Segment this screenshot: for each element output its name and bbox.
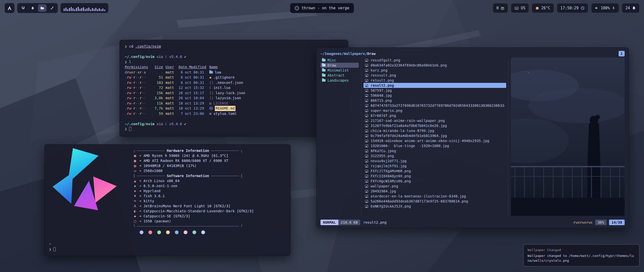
info-value: AMD ATI Radeon RX 6800/6800 XT / 6900 XT — [143, 158, 228, 163]
file-row[interactable]: 0c794faf07de24a4db4d4fb1eb813964.jpg — [364, 133, 506, 138]
file-row[interactable]: 87r687df.png — [364, 113, 506, 118]
arch-logo-icon — [7, 6, 12, 10]
image-file-icon — [365, 160, 368, 162]
visualizer-bar — [92, 8, 93, 11]
volume-widget[interactable]: 100% — [591, 3, 619, 13]
launcher-button[interactable] — [5, 3, 15, 13]
file-row[interactable]: FXfcII0X0AQyn9X.png — [364, 174, 506, 179]
file-row[interactable]: re1sult.png — [364, 78, 506, 83]
file-row[interactable]: 5a266e448add93deab367d87173e9f25-6837886… — [364, 199, 506, 204]
file-manager-header: ~/Imagenes/Wallpapers/Draw 1 — [320, 51, 625, 57]
selected-filename: result2.png — [363, 220, 387, 224]
file-row[interactable]: 19201080-__blue-tinge__-1920×1080.jpg — [364, 143, 506, 148]
workspace-magnet-button[interactable] — [19, 4, 27, 12]
file-row[interactable]: FXfcJlTXgAMvH6R.png — [364, 168, 506, 174]
image-file-icon — [365, 109, 368, 112]
shell-prompt: ~❯ — [49, 241, 56, 252]
file-row[interactable]: 154928-odinokoe_anime-art-anime-okno-sin… — [364, 138, 506, 143]
file-row[interactable]: FXfcHgcWIAMzs0G.png — [364, 179, 506, 184]
file-name: 08a634fa02a32364f69ebc86a98eb1eb.png — [371, 63, 447, 67]
shell-prompt: ❯ — [125, 126, 343, 132]
json-icon: {} — [209, 80, 214, 85]
file-row[interactable]: 866715.png — [364, 98, 506, 103]
file-row[interactable]: result2.png — [364, 83, 506, 88]
file-row[interactable]: EeNKYgIUcAAJ5JX.png — [364, 204, 506, 209]
music-widget[interactable]: thrown - on the verge — [290, 3, 354, 13]
file-row[interactable]: 3126f7e9bbf21a8a4af0b67b041c6e26.jpg — [364, 123, 506, 128]
info-value: 6.5.8-zen1-1-zen — [143, 183, 177, 188]
file-name: 596848.jpg — [371, 93, 392, 97]
palette-dot — [184, 230, 187, 234]
file-name: kurz.png — [371, 68, 387, 72]
workspace-brush-button[interactable] — [48, 4, 56, 12]
arrow-icon: ➜ — [139, 193, 141, 198]
file-row[interactable]: 08a634fa02a32364f69ebc86a98eb1eb.png — [364, 63, 506, 68]
weather-widget[interactable]: 26°C — [532, 3, 554, 13]
file-name: 217167-sad-anime-rain-wallpaper.png — [371, 119, 445, 123]
notification-popup[interactable]: Wallpaper Changed Wallpaper changed to /… — [523, 244, 639, 266]
file-row[interactable]: atardecer-en-la-montanas-ilustracion-634… — [364, 194, 506, 199]
resolution-icon: ▭ — [133, 168, 137, 173]
workspace-flame-button[interactable] — [28, 4, 37, 12]
file-name: 3122955.png — [371, 154, 394, 158]
file-row[interactable]: 20492984.jpg — [364, 189, 506, 194]
updates-widget[interactable]: 0 — [493, 3, 508, 13]
file-name: 866715.png — [371, 98, 392, 103]
tab-badge[interactable]: 1 — [619, 51, 625, 56]
image-file-icon — [365, 175, 368, 178]
file-row[interactable]: ressdfgult.png — [364, 58, 506, 63]
status-bar-right: -rwxrwxrwx 36% 14/38 — [571, 220, 625, 225]
sidebar-folder[interactable]: Abstract — [320, 73, 359, 78]
image-file-icon — [365, 119, 368, 122]
info-row: ▲➜Arch Linux x86_64 — [133, 178, 287, 183]
clock-icon — [581, 6, 585, 10]
file-row[interactable]: chica-mirando-la-luna-8799.jpg — [364, 128, 506, 133]
terminal-cursor — [129, 127, 131, 131]
notification-body: Wallpaper changed to /home/matt/.config/… — [528, 253, 635, 263]
git-icon: ◆ — [209, 75, 211, 80]
entry-name: README.md — [215, 106, 235, 111]
keyboard-layout-widget[interactable]: US — [511, 3, 529, 13]
prompt-context: ~/.config/nvim via ☾ v5.4.6 ✔ — [125, 121, 343, 127]
visualizer-bar — [87, 8, 88, 11]
font-icon: A — [133, 203, 137, 209]
file-row[interactable]: super-mario.png — [364, 108, 506, 113]
file-row[interactable]: 596848.jpg — [364, 93, 506, 98]
cpu-icon: ▣ — [133, 153, 137, 158]
visualizer-bar — [81, 8, 82, 11]
wallpaper-preview-image — [511, 58, 625, 216]
file-row[interactable]: nnvuv0xj2df71.jpg — [364, 158, 506, 163]
image-file-icon — [365, 180, 368, 183]
info-row: □➜1558 (pacman) — [133, 219, 287, 224]
arrow-icon: ➜ — [139, 153, 141, 158]
workspace-folder-button[interactable] — [38, 4, 47, 12]
sidebar-folder[interactable]: Draw — [320, 63, 359, 68]
notifications-widget[interactable]: 24 — [622, 3, 639, 13]
file-row[interactable]: 587597.jpg — [364, 88, 506, 93]
file-row[interactable]: wallpaper.png — [364, 184, 506, 189]
file-row[interactable]: 3122955.png — [364, 153, 506, 158]
file-row[interactable]: kurz.png — [364, 68, 506, 73]
file-row[interactable]: rsjqojlmjhf91.jpg — [364, 163, 506, 168]
folder-icon — [40, 6, 44, 10]
visualizer-bar — [64, 9, 65, 11]
clock-widget[interactable]: 17:50:29 — [557, 3, 588, 13]
file-row[interactable]: 8FKa7Cu.jpeg — [364, 148, 506, 153]
sidebar-folder[interactable]: Minimalist — [320, 68, 359, 73]
entry-name: .gitignore — [213, 75, 234, 80]
file-row[interactable]: resssult.png — [364, 73, 506, 78]
kernel-icon: ◈ — [133, 183, 137, 188]
sidebar-folder[interactable]: Misc — [320, 58, 359, 63]
file-row[interactable]: 217167-sad-anime-rain-wallpaper.png — [364, 118, 506, 123]
image-file-icon — [365, 89, 368, 92]
file-row[interactable]: 68747470733a2f2f696d616765732d7769786d70… — [364, 103, 506, 108]
arrow-icon: ➜ — [139, 209, 141, 214]
file-name: atardecer-en-la-montanas-ilustracion-634… — [371, 194, 466, 198]
magnet-icon — [21, 6, 25, 10]
visualizer-bar — [79, 9, 80, 11]
speaker-icon — [595, 6, 599, 10]
file-name: FXfcII0X0AQyn9X.png — [371, 174, 411, 178]
terminal-icon: ⌨ — [133, 198, 137, 203]
arrow-icon: ➜ — [139, 219, 141, 224]
sidebar-folder[interactable]: Landscapes — [320, 78, 359, 83]
